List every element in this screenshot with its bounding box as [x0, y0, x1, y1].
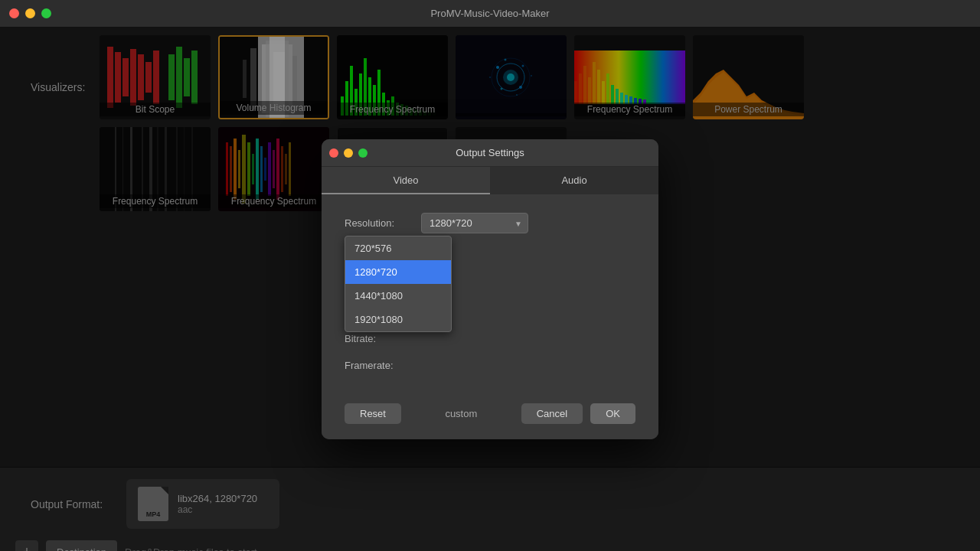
custom-button[interactable]: custom	[430, 403, 492, 424]
resolution-select-wrapper: 720*576 980*551 1440*1080 1920*1080	[421, 213, 528, 233]
ok-button[interactable]: OK	[590, 403, 635, 424]
modal-title: Output Settings	[456, 147, 524, 158]
dropdown-item-1280[interactable]: 980*551	[345, 260, 451, 284]
dropdown-item-1440[interactable]: 1440*1080	[345, 284, 451, 308]
close-button[interactable]	[9, 8, 19, 18]
resolution-select[interactable]: 720*576 980*551 1440*1080 1920*1080	[421, 213, 528, 233]
bitrate-label: Bitrate:	[345, 333, 421, 344]
tab-audio[interactable]: Audio	[490, 167, 658, 194]
modal-maximize-button[interactable]	[358, 148, 368, 158]
modal-footer: Reset custom Cancel OK	[322, 394, 658, 439]
resolution-dropdown: 720*576 980*551 1440*1080 1920*1080	[345, 236, 452, 332]
cancel-button[interactable]: Cancel	[521, 403, 583, 424]
modal-overlay: Output Settings Video Audio Resolution: …	[0, 28, 980, 551]
minimize-button[interactable]	[25, 8, 35, 18]
resolution-control: 720*576 980*551 1440*1080 1920*1080 720…	[421, 213, 635, 233]
traffic-lights	[9, 8, 51, 18]
app-title: ProMV-Music-Video-Maker	[430, 8, 549, 19]
dropdown-item-1920[interactable]: 1920*1080	[345, 308, 451, 331]
resolution-label: Resolution:	[345, 217, 421, 229]
reset-button[interactable]: Reset	[345, 403, 401, 424]
dropdown-item-720[interactable]: 720*576	[345, 236, 451, 260]
resolution-row: Resolution: 720*576 980*551 1440*1080 1…	[345, 213, 635, 233]
modal-body: Resolution: 720*576 980*551 1440*1080 1…	[322, 194, 658, 394]
framerate-label: Framerate:	[345, 360, 421, 371]
output-settings-modal: Output Settings Video Audio Resolution: …	[322, 139, 658, 439]
bitrate-row: Bitrate:	[345, 333, 635, 344]
footer-right: Cancel OK	[521, 403, 635, 424]
modal-traffic-lights	[329, 148, 368, 158]
framerate-row: Framerate:	[345, 360, 635, 371]
tab-video[interactable]: Video	[322, 167, 490, 194]
modal-tabs: Video Audio	[322, 167, 658, 194]
modal-close-button[interactable]	[329, 148, 338, 158]
title-bar: ProMV-Music-Video-Maker	[0, 0, 980, 28]
maximize-button[interactable]	[41, 8, 51, 18]
modal-title-bar: Output Settings	[322, 139, 658, 167]
modal-minimize-button[interactable]	[344, 148, 353, 158]
